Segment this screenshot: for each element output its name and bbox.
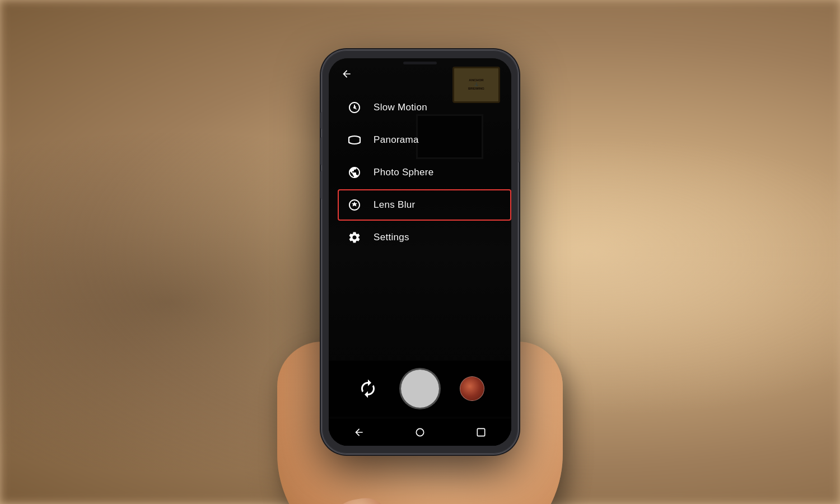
menu-item-panorama[interactable]: Panorama <box>338 124 511 156</box>
nav-home-icon <box>414 427 426 438</box>
shutter-button[interactable] <box>401 370 439 408</box>
thumbnail-image <box>460 377 484 400</box>
menu-item-lens-blur[interactable]: Lens Blur <box>338 189 511 221</box>
panorama-label: Panorama <box>374 134 419 146</box>
phone-screen: ANCHOR⚓BREWING <box>329 58 511 446</box>
back-arrow-icon <box>341 68 352 80</box>
bottom-controls <box>329 361 511 417</box>
nav-home-button[interactable] <box>409 421 431 444</box>
camera-viewfinder: ANCHOR⚓BREWING <box>329 58 511 446</box>
svg-point-1 <box>416 428 423 436</box>
menu-item-photo-sphere[interactable]: Photo Sphere <box>338 157 511 188</box>
slow-motion-icon <box>347 100 362 115</box>
nav-back-icon <box>353 427 365 438</box>
menu-item-slow-motion[interactable]: Slow Motion <box>338 92 511 123</box>
menu-item-settings[interactable]: Settings <box>338 222 511 253</box>
panorama-icon <box>347 132 362 148</box>
silent-button <box>320 112 322 129</box>
back-button[interactable] <box>338 65 356 83</box>
nav-recent-button[interactable] <box>470 421 492 444</box>
nav-back-button[interactable] <box>348 421 370 444</box>
volume-up-button <box>320 137 322 165</box>
power-button <box>518 129 520 162</box>
lens-blur-label: Lens Blur <box>374 199 416 211</box>
rotate-camera-button[interactable] <box>356 376 380 401</box>
photo-sphere-icon <box>347 165 362 180</box>
gallery-thumbnail[interactable] <box>460 376 484 401</box>
svg-rect-2 <box>477 428 484 436</box>
speaker <box>403 62 437 64</box>
nav-recent-icon <box>475 427 487 438</box>
slow-motion-label: Slow Motion <box>374 102 427 113</box>
lens-blur-icon <box>347 197 362 213</box>
photo-sphere-label: Photo Sphere <box>374 167 434 178</box>
settings-label: Settings <box>374 232 409 243</box>
settings-icon <box>347 230 362 245</box>
phone-frame: ANCHOR⚓BREWING <box>322 50 518 454</box>
rotate-camera-icon <box>358 379 378 399</box>
volume-down-button <box>320 171 322 199</box>
camera-menu: Slow Motion Panorama <box>338 92 511 254</box>
android-nav-bar <box>329 419 511 446</box>
